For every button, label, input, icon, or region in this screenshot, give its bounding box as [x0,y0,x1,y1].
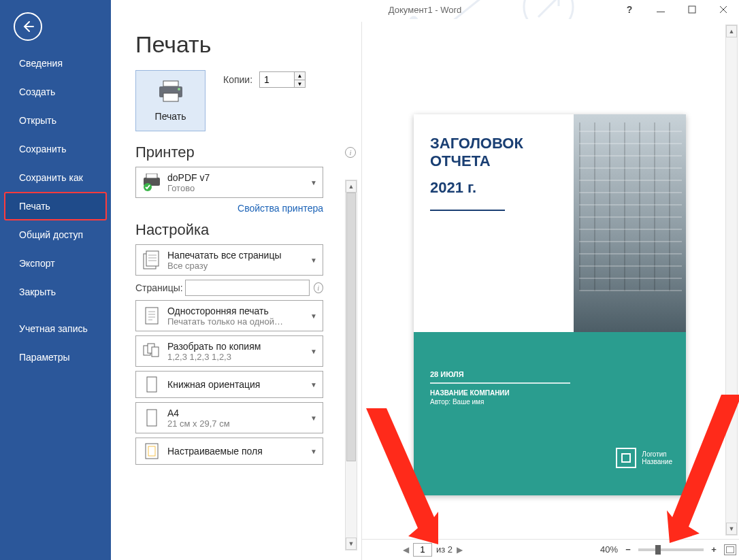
sidebar-item-save[interactable]: Сохранить [0,135,111,163]
print-settings-panel: Печать Печать Копии: ▲ ▼ Прин [111,19,361,560]
collate-icon [140,340,163,363]
chevron-down-icon: ▼ [309,312,318,320]
printer-properties-link[interactable]: Свойства принтера [237,203,323,214]
printer-icon [157,80,185,104]
copies-spinner[interactable]: ▲ ▼ [259,71,306,88]
chevron-down-icon: ▼ [309,381,318,389]
print-range-dropdown[interactable]: Напечатать все страницы Все сразу ▼ [135,244,323,276]
zoom-slider[interactable] [638,548,704,551]
sidebar-item-open[interactable]: Открыть [0,106,111,135]
svg-point-2 [524,0,573,19]
svg-rect-12 [146,251,159,266]
svg-rect-19 [146,444,158,459]
scroll-down[interactable]: ▼ [346,538,357,550]
sidebar-item-saveas[interactable]: Сохранить как [0,163,111,192]
pages-input[interactable] [185,280,310,296]
page-of-label: из 2 [436,544,453,555]
svg-rect-13 [146,308,158,324]
svg-rect-9 [146,174,157,178]
svg-rect-17 [147,377,157,392]
printer-name: doPDF v7 [167,172,309,183]
title-bar: Документ1 - Word ? [111,0,739,19]
scroll-up[interactable]: ▲ [346,180,357,193]
zoom-out-button[interactable]: − [623,545,633,555]
printer-status: Готово [167,183,309,193]
copies-up[interactable]: ▲ [295,71,306,80]
portrait-icon [140,373,163,396]
title-rule [430,210,505,211]
zoom-slider-knob[interactable] [655,545,661,555]
doc-title-1: ЗАГОЛОВОК [430,135,565,152]
preview-scroll-up[interactable]: ▲ [726,25,737,37]
sides-dropdown[interactable]: Односторонняя печать Печатать только на … [135,300,323,331]
orientation-dropdown[interactable]: Книжная ориентация ▼ [135,371,323,398]
sidebar-item-print[interactable]: Печать [4,192,107,220]
backstage-sidebar: Сведения Создать Открыть Сохранить Сохра… [0,0,111,560]
printer-section-title: Принтер [135,144,195,161]
titlebar-decoration [111,0,576,19]
close-button[interactable] [708,0,739,19]
svg-point-7 [178,88,180,90]
back-button[interactable] [14,12,42,41]
print-preview-pane: ЗАГОЛОВОК ОТЧЕТА 2021 г. 28 ИЮЛЯ НАЗВАНИ… [361,22,739,560]
preview-status-bar: ◀ из 2 ▶ 40% − + [362,539,739,559]
print-button[interactable]: Печать [135,70,206,131]
svg-rect-0 [657,12,665,12]
printer-dropdown[interactable]: doPDF v7 Готово ▼ [135,167,323,198]
doc-author: Автор: Ваше имя [430,398,570,406]
printer-status-icon [140,171,163,194]
svg-rect-1 [689,6,695,13]
zoom-percent: 40% [600,544,618,555]
pages-stack-icon [140,248,163,271]
printer-info-icon[interactable]: i [345,147,356,158]
copies-input[interactable] [259,71,295,88]
page-number-input[interactable] [413,543,432,557]
page-preview: ЗАГОЛОВОК ОТЧЕТА 2021 г. 28 ИЮЛЯ НАЗВАНИ… [414,114,686,495]
pages-info-icon[interactable]: i [314,282,323,293]
minimize-button[interactable] [645,0,676,19]
help-button[interactable]: ? [614,0,645,19]
prev-page-button[interactable]: ◀ [403,545,409,555]
svg-rect-16 [152,347,159,357]
doc-logo: Логотип Название [616,448,672,468]
chevron-down-icon: ▼ [309,448,318,455]
paper-icon [140,406,163,429]
sidebar-item-new[interactable]: Создать [0,78,111,106]
settings-section-title: Настройка [135,221,209,239]
backstage-main: Печать Печать Копии: ▲ ▼ Прин [111,19,739,560]
logo-mark-icon [616,448,636,468]
copies-label: Копии: [223,74,252,85]
sidebar-item-close[interactable]: Закрыть [0,278,111,306]
window-title: Документ1 - Word [389,5,461,15]
next-page-button[interactable]: ▶ [457,545,463,555]
doc-date: 28 ИЮЛЯ [430,370,570,384]
settings-scrollbar[interactable]: ▲ ▼ [345,180,357,550]
sidebar-item-account[interactable]: Учетная запись [0,314,111,343]
zoom-in-button[interactable]: + [709,545,719,555]
preview-scroll-down[interactable]: ▼ [726,523,737,535]
chevron-down-icon: ▼ [309,414,318,422]
maximize-button[interactable] [676,0,708,19]
page-heading: Печать [135,31,356,58]
margins-dropdown[interactable]: Настраиваемые поля ▼ [135,438,323,465]
print-button-label: Печать [155,111,186,122]
scroll-thumb[interactable] [346,193,356,461]
copies-down[interactable]: ▼ [295,80,306,88]
doc-title-2: ОТЧЕТА [430,152,565,170]
sidebar-item-options[interactable]: Параметры [0,343,111,372]
pages-label: Страницы: [135,282,185,293]
svg-rect-4 [163,81,178,86]
collate-dropdown[interactable]: Разобрать по копиям 1,2,3 1,2,3 1,2,3 ▼ [135,335,323,367]
preview-scrollbar[interactable]: ▲ ▼ [725,24,738,536]
svg-rect-6 [163,93,178,101]
chevron-down-icon: ▼ [309,257,318,264]
sidebar-item-info[interactable]: Сведения [0,49,111,78]
paper-size-dropdown[interactable]: A4 21 см x 29,7 см ▼ [135,402,323,433]
doc-company: НАЗВАНИЕ КОМПАНИИ [430,389,570,397]
zoom-to-page-button[interactable] [724,544,736,555]
sidebar-item-export[interactable]: Экспорт [0,249,111,278]
margins-icon [140,440,163,463]
sidebar-item-share[interactable]: Общий доступ [0,220,111,249]
doc-year: 2021 г. [430,179,565,197]
svg-rect-18 [147,410,157,426]
